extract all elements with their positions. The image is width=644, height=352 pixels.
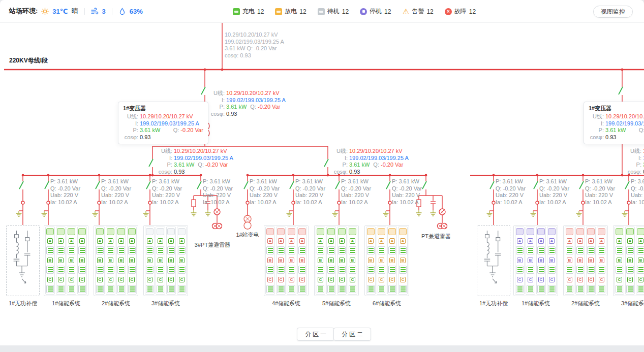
battery-box: ABCABCABCABC	[613, 225, 644, 296]
compensation-circuit	[8, 227, 38, 295]
storage-unit[interactable]: ABCABCABCABC1#储能系统	[44, 225, 88, 307]
rack-status-cell	[537, 228, 545, 235]
storage-unit[interactable]: ABCABCABCABC5#储能系统	[314, 225, 359, 307]
disconnect-switch[interactable]	[422, 181, 426, 189]
storage-unit[interactable]: ABCABCABCABC3#储能系统	[613, 225, 644, 307]
unit-label: 3#储能系统	[613, 300, 644, 307]
cluster-badge: A	[289, 238, 294, 244]
compensation-unit[interactable]: 1#无功补偿	[6, 225, 40, 307]
storage-unit[interactable]: ABCABCABCABC1#储能系统	[513, 225, 558, 307]
disconnect-switch[interactable]	[19, 181, 23, 189]
disconnect-switch[interactable]	[290, 181, 294, 189]
battery-rack: ABC	[586, 227, 596, 295]
compensation-box	[477, 225, 510, 296]
zone-two-button[interactable]: 分区二	[333, 328, 371, 341]
battery-box: ABCABCABCABC	[314, 225, 359, 296]
battery-rack: ABC	[597, 227, 606, 295]
legend-item-discharge[interactable]: 放电12	[275, 7, 306, 16]
disconnect-switch[interactable]	[579, 181, 584, 189]
zone-one-button[interactable]: 分区一	[297, 328, 334, 341]
battery-rack: ABC	[625, 227, 635, 295]
cluster-badge: A	[47, 238, 53, 244]
disconnect-switch[interactable]	[490, 181, 494, 189]
cluster-badge: A	[168, 238, 174, 244]
cluster-badge: C	[567, 277, 572, 282]
storage-unit[interactable]: ABCABCABCABC2#储能系统	[563, 225, 608, 307]
feeder-measurements: P: 3.61 kWQ: -0.20 VarUab: 220 VIa: 10.0…	[152, 178, 182, 206]
disconnect-switch[interactable]	[96, 181, 100, 189]
battery-cell	[68, 246, 75, 254]
battery-cell	[96, 285, 104, 293]
battery-cell	[516, 285, 524, 293]
legend-item-standby[interactable]: 待机12	[318, 7, 349, 16]
cluster-badge: A	[528, 238, 533, 244]
connection-node	[47, 201, 50, 204]
diagram-canvas: 220KV母线I段 10.29/10.20/10.27 kV 199.02/19…	[0, 23, 644, 345]
battery-box: ABCABCABCABC	[44, 225, 88, 296]
disconnect-switch[interactable]	[335, 181, 340, 189]
disconnect-switch[interactable]	[146, 181, 150, 189]
cluster-badge: A	[299, 238, 305, 244]
storage-unit[interactable]: ABCABCABCABC3#储能系统	[143, 225, 188, 307]
cluster-badge: C	[339, 277, 345, 282]
battery-cell	[128, 285, 136, 293]
rack-status-cell	[548, 228, 556, 235]
feeder-measurements: P: 3.61 kWQ: -0.20 VarUab: 220 VIa: 10.0…	[250, 178, 280, 206]
cluster-badge: C	[528, 277, 533, 282]
disconnect-switch[interactable]	[45, 181, 49, 189]
cluster-badge: B	[289, 258, 294, 263]
battery-cell	[367, 266, 375, 274]
disconnect-switch[interactable]	[534, 181, 538, 189]
disconnect-switch[interactable]	[244, 181, 248, 189]
cluster-badge: B	[79, 258, 85, 263]
cluster-badge: B	[599, 258, 604, 263]
feeder-measurements: P: 3.61 kWQ: -0.20 VarUab: 220 VIa: 10.0…	[341, 178, 371, 206]
legend-item-charge[interactable]: 充电12	[233, 7, 264, 16]
env-label: 站场环境:	[9, 7, 38, 16]
cluster-badge: B	[577, 258, 583, 263]
legend-item-fault[interactable]: ×故障12	[445, 7, 476, 16]
battery-cell	[637, 246, 644, 254]
connection-node	[292, 201, 295, 204]
battery-rack: ABC	[615, 227, 624, 295]
view-monitor-button[interactable]: 视图监控	[593, 6, 633, 18]
disconnect-switch[interactable]	[386, 181, 390, 189]
battery-rack: ABC	[177, 227, 187, 295]
legend-count: 12	[469, 8, 476, 15]
storage-unit[interactable]: ABCABCABCABC6#储能系统	[364, 225, 409, 307]
rack-status-cell	[46, 228, 54, 235]
compensation-unit[interactable]: 1#无功补偿	[477, 225, 510, 307]
legend-item-stop[interactable]: 停机12	[360, 7, 391, 16]
cluster-badge: B	[97, 258, 103, 263]
battery-cell	[527, 266, 534, 274]
battery-cell	[146, 285, 154, 293]
disconnect-switch[interactable]	[201, 87, 205, 94]
disconnect-switch[interactable]	[324, 159, 328, 167]
disconnect-switch[interactable]	[625, 181, 629, 189]
cluster-badge: A	[108, 238, 113, 244]
battery-cell	[178, 266, 186, 274]
disconnect-switch[interactable]	[619, 87, 623, 94]
disconnect-switch[interactable]	[149, 159, 153, 167]
battery-rack: ABC	[287, 227, 296, 295]
battery-rack: ABC	[547, 227, 557, 295]
battery-rack: ABC	[77, 227, 87, 295]
storage-unit[interactable]: ABCABCABCABC2#储能系统	[94, 225, 138, 307]
disconnect-switch[interactable]	[197, 181, 201, 189]
legend-item-alarm[interactable]: ⚠告警12	[402, 7, 433, 16]
rack-status-cell	[167, 228, 175, 235]
legend-label: 故障	[454, 7, 467, 16]
battery-cell	[598, 246, 605, 254]
cluster-badge: B	[328, 258, 334, 263]
battery-cell	[298, 266, 306, 274]
rack-status-cell	[388, 228, 396, 235]
rack-status-cell	[317, 228, 324, 235]
battery-cell	[68, 266, 75, 274]
cluster-badge: B	[69, 258, 74, 263]
cluster-badge: C	[79, 277, 85, 282]
battery-cell	[157, 285, 164, 293]
battery-cell	[338, 285, 346, 293]
cluster-badge: B	[549, 258, 555, 263]
storage-unit[interactable]: ABCABCABCABC4#储能系统	[264, 225, 309, 307]
battery-cell	[57, 246, 65, 254]
